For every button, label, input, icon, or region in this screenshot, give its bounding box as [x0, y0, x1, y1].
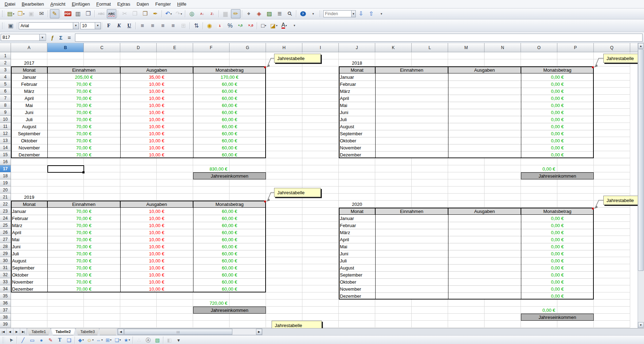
auto-spellcheck-icon[interactable]: ABC — [107, 9, 116, 18]
date-format-icon[interactable]: 1 — [215, 21, 225, 30]
cell-A11[interactable]: August — [11, 123, 47, 130]
cell-einnahmen-2017-9[interactable]: 70,00 € — [47, 109, 120, 116]
cell-einnahmen-2019-28[interactable]: 70,00 € — [47, 243, 120, 250]
toolbar-more-icon[interactable]: ▾ — [290, 21, 299, 30]
cell-monatsbetrag-2017-13[interactable]: 60,00 € — [193, 137, 266, 144]
row-header-35[interactable]: 35 — [0, 292, 11, 299]
row-header-16[interactable]: 16 — [0, 158, 11, 165]
dropdown-arrow-icon[interactable]: ▾ — [23, 12, 24, 16]
cell-ausgaben-2017-13[interactable]: 10,00 € — [120, 137, 193, 144]
dropdown-arrow-icon[interactable]: ▾ — [276, 24, 278, 27]
cell-ausgaben-2017-8[interactable]: 10,00 € — [120, 102, 193, 109]
cell-monatsbetrag-2018-7[interactable]: 0,00 € — [521, 95, 594, 102]
help-icon[interactable]: ? — [298, 9, 308, 18]
table-header-einnahmen-2018[interactable]: Einnahmen — [375, 66, 448, 73]
column-header-L[interactable]: L — [412, 43, 448, 52]
cell-monatsbetrag-2020-31[interactable]: 0,00 € — [521, 264, 594, 271]
table-header-ausgaben-2019[interactable]: Ausgaben — [120, 201, 193, 208]
row-header-25[interactable]: 25 — [0, 222, 11, 229]
row-header-30[interactable]: 30 — [0, 257, 11, 264]
find-replace-icon[interactable]: ⌖ — [244, 9, 254, 18]
undo-icon[interactable]: ↶▾ — [164, 9, 173, 18]
row-header-32[interactable]: 32 — [0, 271, 11, 278]
dropdown-arrow-icon[interactable]: ▾ — [129, 338, 130, 342]
cell-jahressumme-2020[interactable]: 0,00 € — [521, 307, 557, 314]
row-header-12[interactable]: 12 — [0, 130, 11, 137]
vertical-scroll-thumb[interactable] — [638, 49, 644, 271]
find-previous-icon[interactable]: ⇧ — [366, 9, 376, 18]
cell-reference-input[interactable] — [1, 35, 39, 40]
cell-J24[interactable]: Januar — [339, 215, 375, 222]
cell-J8[interactable]: Mai — [339, 102, 375, 109]
cell-J11[interactable]: August — [339, 123, 375, 130]
cell-A28[interactable]: Juni — [11, 243, 47, 250]
row-header-15[interactable]: 15 — [0, 151, 11, 158]
scroll-down-icon[interactable]: ▼ — [638, 322, 644, 328]
column-header-E[interactable]: E — [157, 43, 193, 52]
year-label-2019[interactable]: 2019 — [11, 194, 47, 201]
cell-ausgaben-2019-32[interactable]: 10,00 € — [120, 271, 193, 278]
cell-J13[interactable]: Oktober — [339, 137, 375, 144]
sheet-tab-tabelle2[interactable]: Tabelle2 — [51, 328, 75, 335]
cell-J14[interactable]: November — [339, 144, 375, 151]
cell-einnahmen-2017-7[interactable]: 70,00 € — [47, 95, 120, 102]
horizontal-scroll-thumb[interactable]: ||| — [124, 329, 232, 335]
cell-einnahmen-2017-6[interactable]: 70,00 € — [47, 88, 120, 95]
font-size-input[interactable] — [81, 23, 95, 29]
zoom-icon[interactable]: ⚲ — [285, 9, 295, 18]
currency-format-icon[interactable]: ◉ — [205, 21, 214, 30]
jahreseinkommen-label-2020[interactable]: Jahreseinkommen — [521, 314, 594, 321]
cell-J12[interactable]: September — [339, 130, 375, 137]
cell-J5[interactable]: Februar — [339, 81, 375, 88]
sheet-tab-tabelle1[interactable]: Tabelle1 — [27, 328, 51, 335]
format-paintbrush-icon[interactable]: ✒ — [151, 9, 160, 18]
row-header-5[interactable]: 5 — [0, 81, 11, 88]
line-icon[interactable]: ╱ — [19, 336, 27, 344]
row-header-24[interactable]: 24 — [0, 215, 11, 222]
cell-A27[interactable]: Mai — [11, 236, 47, 243]
cell-ausgaben-2017-5[interactable]: 10,00 € — [120, 81, 193, 88]
table-header-monatsbetrag-2020[interactable]: Monatsbetrag — [521, 208, 594, 215]
column-header-C[interactable]: C — [84, 43, 120, 52]
cell-einnahmen-2019-30[interactable]: 70,00 € — [47, 257, 120, 264]
last-sheet-button[interactable]: ▶| — [20, 328, 27, 335]
cell-A24[interactable]: Februar — [11, 215, 47, 222]
cell-monatsbetrag-2019-29[interactable]: 60,00 € — [193, 250, 266, 257]
cell-monatsbetrag-2020-25[interactable]: 0,00 € — [521, 222, 594, 229]
cell-monatsbetrag-2017-9[interactable]: 60,00 € — [193, 109, 266, 116]
cell-J31[interactable]: August — [339, 264, 375, 271]
row-header-33[interactable]: 33 — [0, 278, 11, 285]
cell-J4[interactable]: Januar — [339, 73, 375, 81]
dropdown-arrow-icon[interactable]: ▾ — [13, 12, 14, 16]
cell-monatsbetrag-2019-27[interactable]: 60,00 € — [193, 236, 266, 243]
table-header-einnahmen-2019[interactable]: Einnahmen — [47, 201, 120, 208]
dropdown-arrow-icon[interactable]: ▾ — [92, 338, 94, 342]
data-sources-icon[interactable]: ≣ — [275, 9, 284, 18]
menu-hilfe[interactable]: Hilfe — [174, 1, 190, 7]
menu-format[interactable]: Format — [93, 1, 114, 7]
column-header-B[interactable]: B — [47, 43, 84, 52]
row-header-34[interactable]: 34 — [0, 285, 11, 292]
table-header-ausgaben-2017[interactable]: Ausgaben — [120, 66, 193, 73]
table-header-ausgaben-2020[interactable]: Ausgaben — [448, 208, 521, 215]
export-pdf-icon[interactable]: PDF — [63, 9, 72, 18]
toolbar-grip[interactable] — [320, 11, 322, 17]
percent-format-icon[interactable]: % — [225, 21, 235, 30]
italic-icon[interactable]: K — [114, 21, 124, 30]
cell-einnahmen-2019-33[interactable]: 70,00 € — [47, 278, 120, 285]
cell-einnahmen-2017-10[interactable]: 70,00 € — [47, 116, 120, 123]
cell-monatsbetrag-2017-15[interactable]: 60,00 € — [193, 151, 266, 158]
cell-jahressumme-2018[interactable]: 0,00 € — [521, 165, 557, 172]
row-header-28[interactable]: 28 — [0, 243, 11, 250]
sort-ascending-icon[interactable]: A↓ — [197, 9, 207, 18]
spreadsheet-grid[interactable]: ABCDEFGHIJKLMNOPQ12345678910111213141516… — [0, 43, 644, 328]
vertical-scrollbar[interactable]: ▲▼ — [638, 43, 644, 328]
cell-A13[interactable]: Oktober — [11, 137, 47, 144]
cell-ausgaben-2017-11[interactable]: 10,00 € — [120, 123, 193, 130]
cell-einnahmen-2019-24[interactable]: 70,00 € — [47, 215, 120, 222]
cell-einnahmen-2019-31[interactable]: 70,00 € — [47, 264, 120, 271]
cell-monatsbetrag-2020-35[interactable]: 0,00 € — [521, 292, 594, 299]
cell-einnahmen-2017-13[interactable]: 70,00 € — [47, 137, 120, 144]
row-header-20[interactable]: 20 — [0, 186, 11, 194]
find-next-icon[interactable]: ⇩ — [356, 9, 366, 18]
